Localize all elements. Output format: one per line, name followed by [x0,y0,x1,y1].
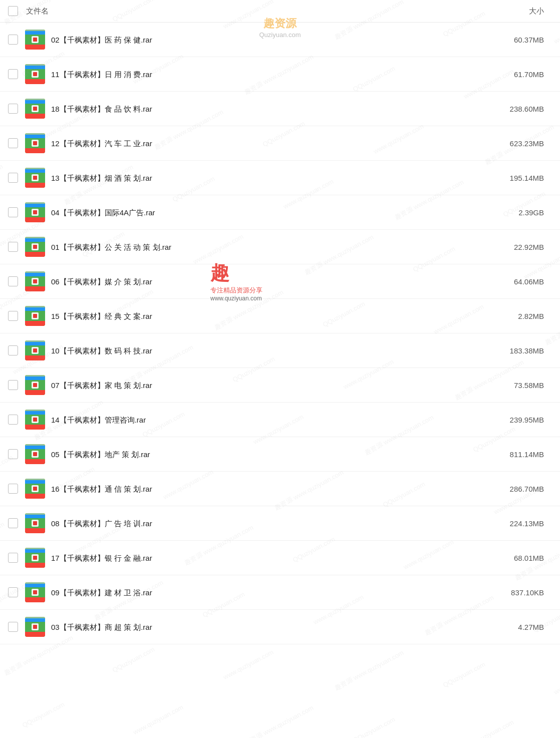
svg-rect-119 [25,513,45,515]
file-checkbox[interactable] [8,104,18,114]
file-size: 60.37MB [487,36,552,44]
file-checkbox[interactable] [8,622,18,632]
file-checkbox[interactable] [8,69,18,79]
svg-rect-118 [33,521,37,525]
table-row: 05【千枫素材】地产 策 划.rar811.14MB [0,437,560,472]
file-size: 238.60MB [487,105,552,113]
file-checkbox[interactable] [8,35,18,45]
svg-rect-60 [25,286,45,288]
svg-rect-132 [25,597,45,599]
file-checkbox[interactable] [8,449,18,459]
file-name[interactable]: 15【千枫素材】经 典 文 案.rar [51,311,487,321]
table-row: 15【千枫素材】经 典 文 案.rar2.82MB [0,299,560,333]
file-checkbox[interactable] [8,553,18,563]
svg-rect-46 [33,210,37,214]
svg-rect-31 [25,133,45,135]
file-size: 4.27MB [487,623,552,631]
table-row: 06【千枫素材】媒 介 策 划.rar64.06MB [0,264,560,299]
file-checkbox[interactable] [8,345,18,355]
file-size: 811.14MB [487,450,552,459]
file-name[interactable]: 02【千枫素材】医 药 保 健.rar [51,35,487,45]
file-icon [25,548,45,568]
svg-rect-87 [25,375,45,377]
svg-rect-22 [33,107,37,111]
size-column-header: 大小 [487,7,552,16]
file-name[interactable]: 10【千枫素材】数 码 科 技.rar [51,345,487,356]
file-name[interactable]: 09【千枫素材】建 材 卫 浴.rar [51,587,487,598]
file-icon [25,99,45,119]
svg-rect-63 [25,271,45,273]
file-size: 22.92MB [487,243,552,251]
file-name[interactable]: 18【千枫素材】食 品 饮 料.rar [51,104,487,114]
svg-rect-102 [33,452,37,456]
file-checkbox[interactable] [8,518,18,528]
svg-rect-18 [25,102,45,104]
svg-rect-52 [25,252,45,254]
file-icon [25,513,45,533]
svg-rect-84 [25,390,45,392]
svg-rect-20 [25,114,45,116]
file-size: 2.82MB [487,312,552,320]
file-name[interactable]: 14【千枫素材】管理咨询.rar [51,415,487,425]
file-icon [25,410,45,430]
file-checkbox[interactable] [8,587,18,597]
file-name[interactable]: 05【千枫素材】地产 策 划.rar [51,449,487,460]
file-icon [25,202,45,222]
file-name[interactable]: 13【千枫素材】烟 酒 策 划.rar [51,173,487,183]
file-checkbox[interactable] [8,415,18,425]
svg-rect-94 [33,418,37,422]
svg-rect-70 [33,314,37,318]
file-name[interactable]: 01【千枫素材】公 关 活 动 策 划.rar [51,242,487,252]
svg-rect-98 [25,447,45,449]
file-checkbox[interactable] [8,242,18,252]
svg-rect-114 [25,516,45,518]
file-size: 68.01MB [487,554,552,562]
table-row: 07【千枫素材】家 电 策 划.rar73.58MB [0,368,560,403]
svg-rect-92 [25,425,45,427]
file-checkbox[interactable] [8,138,18,148]
svg-rect-116 [25,528,45,530]
file-icon [25,340,45,360]
file-checkbox[interactable] [8,173,18,183]
file-checkbox[interactable] [8,311,18,321]
svg-rect-108 [25,494,45,496]
svg-rect-140 [25,632,45,634]
table-row: 17【千枫素材】银 行 金 融.rar68.01MB [0,541,560,575]
svg-rect-54 [33,245,37,249]
file-size: 183.38MB [487,346,552,355]
file-name[interactable]: 16【千枫素材】通 信 策 划.rar [51,484,487,494]
select-all-checkbox[interactable] [8,6,18,16]
file-checkbox[interactable] [8,276,18,286]
svg-rect-42 [25,205,45,207]
svg-rect-34 [25,171,45,173]
file-size: 195.14MB [487,174,552,182]
svg-rect-127 [25,548,45,549]
table-header: 文件名 大小 [0,0,560,23]
svg-rect-130 [25,585,45,587]
svg-rect-14 [33,72,37,76]
file-name[interactable]: 07【千枫素材】家 电 策 划.rar [51,380,487,391]
svg-rect-68 [25,321,45,323]
file-name[interactable]: 06【千枫素材】媒 介 策 划.rar [51,276,487,287]
table-row: 16【千枫素材】通 信 策 划.rar286.70MB [0,472,560,506]
file-name[interactable]: 11【千枫素材】日 用 消 费.rar [51,69,487,80]
file-name[interactable]: 03【千枫素材】商 超 策 划.rar [51,622,487,632]
file-icon [25,306,45,326]
file-size: 224.13MB [487,519,552,528]
file-checkbox[interactable] [8,484,18,494]
file-name[interactable]: 08【千枫素材】广 告 培 训.rar [51,518,487,529]
file-size: 239.95MB [487,416,552,424]
file-name[interactable]: 04【千枫素材】国际4A广告.rar [51,207,487,218]
filename-column-header: 文件名 [26,7,487,16]
file-size: 837.10KB [487,588,552,597]
file-list: 02【千枫素材】医 药 保 健.rar60.37MB 11【千枫素材】日 用 消… [0,23,560,644]
file-checkbox[interactable] [8,207,18,217]
svg-rect-38 [33,176,37,180]
svg-rect-76 [25,355,45,357]
svg-rect-95 [25,410,45,411]
file-checkbox[interactable] [8,380,18,390]
svg-rect-10 [25,67,45,69]
file-size: 2.39GB [487,208,552,217]
file-name[interactable]: 12【千枫素材】汽 车 工 业.rar [51,138,487,149]
file-name[interactable]: 17【千枫素材】银 行 金 融.rar [51,553,487,563]
